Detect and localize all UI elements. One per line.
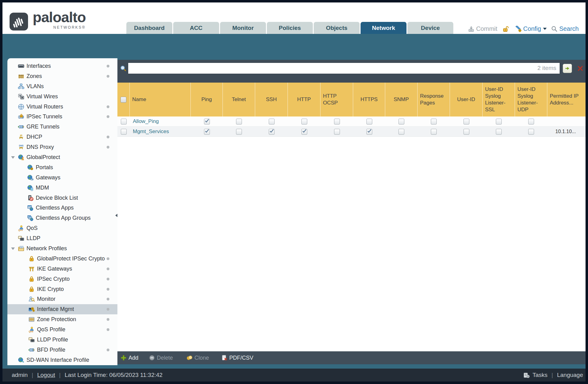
sidebar-item-gre-tunnels[interactable]: GRE Tunnels [7, 122, 117, 132]
table-header-row: NamePingTelnetSSHHTTPHTTP OCSPHTTPSSNMPR… [117, 83, 586, 116]
tasks-button[interactable]: Tasks [533, 372, 548, 378]
config-menu-button[interactable]: Config [515, 25, 547, 32]
ping-state-checkbox [204, 119, 210, 125]
column-header-ping[interactable]: Ping [191, 83, 223, 116]
delete-label: Delete [157, 355, 173, 361]
modified-indicator-dot [107, 105, 109, 108]
interfaces-icon [18, 63, 24, 69]
sidebar-item-monitor[interactable]: Monitor [7, 294, 117, 304]
brand-name: paloalto [33, 9, 86, 25]
sidebar-item-portals[interactable]: Portals [7, 162, 117, 173]
http-state-checkbox [301, 129, 307, 135]
svg-text:IP: IP [20, 134, 22, 137]
search-icon [551, 26, 558, 32]
response-pages-state-checkbox [431, 129, 437, 135]
column-header-http-ocsp[interactable]: HTTP OCSP [321, 83, 353, 116]
sidebar-item-zone-protection[interactable]: Zone Protection [7, 314, 117, 325]
profile-name-link[interactable]: Allow_Ping [133, 118, 159, 125]
sidebar-item-mdm[interactable]: MDM [7, 183, 117, 193]
sidebar-item-label: Monitor [37, 296, 55, 302]
column-header-user-id[interactable]: User-ID [450, 83, 483, 116]
column-header-telnet[interactable]: Telnet [223, 83, 255, 116]
sidebar-item-clientless-app-groups[interactable]: Clientless App Groups [7, 213, 117, 223]
commit-button[interactable]: Commit [468, 25, 497, 32]
sidebar-item-interface-mgmt[interactable]: Interface Mgmt [7, 304, 117, 314]
row-select-checkbox[interactable] [121, 119, 127, 125]
column-header-https[interactable]: HTTPS [353, 83, 385, 116]
column-header-http[interactable]: HTTP [288, 83, 321, 116]
delete-minus-icon [149, 355, 155, 361]
tab-acc[interactable]: ACC [173, 22, 219, 34]
sidebar-item-label: QoS Profile [37, 326, 65, 333]
select-all-checkbox[interactable] [120, 97, 126, 103]
sidebar-item-bfd-profile[interactable]: BFD Profile [7, 345, 117, 355]
sidebar-item-gateways[interactable]: Gateways [7, 173, 117, 183]
tree-expander-icon[interactable] [11, 247, 15, 250]
device-block-list-icon [27, 195, 34, 201]
add-button[interactable]: Add [120, 355, 138, 361]
column-header-snmp[interactable]: SNMP [385, 83, 418, 116]
sidebar-item-vlans[interactable]: VLANs [7, 81, 117, 92]
delete-button[interactable]: Delete [149, 355, 173, 361]
sidebar-item-ike-gateways[interactable]: IKE Gateways [7, 264, 117, 274]
sidebar-item-dhcp[interactable]: IPDHCP [7, 132, 117, 142]
search-button[interactable]: Search [551, 25, 579, 32]
sidebar-item-qos-profile[interactable]: QoSQoS Profile [7, 325, 117, 335]
tree-expander-icon[interactable] [11, 156, 15, 159]
sidebar-item-label: IPSec Crypto [37, 276, 70, 282]
filter-input[interactable] [128, 63, 560, 74]
column-header-ssh[interactable]: SSH [255, 83, 288, 116]
top-header: paloalto NETWORKS® DashboardACCMonitorPo… [2, 2, 586, 34]
sidebar-item-lldp[interactable]: LLDP [7, 233, 117, 243]
uid-udp-state-checkbox [528, 129, 534, 135]
sidebar-item-sd-wan-interface-profile[interactable]: SD-WAN Interface Profile [7, 355, 117, 365]
sidebar-item-clientless-apps[interactable]: Clientless Apps [7, 203, 117, 213]
sidebar-item-network-profiles[interactable]: Network Profiles [7, 243, 117, 254]
https-state-checkbox [366, 129, 372, 135]
logout-link[interactable]: Logout [37, 372, 55, 378]
config-lock-icon[interactable] [502, 26, 509, 32]
sidebar-item-virtual-routers[interactable]: Virtual Routers [7, 102, 117, 112]
table-empty-area [117, 137, 586, 351]
column-header-uid-ssl[interactable]: User-ID Syslog Listener-SSL [483, 83, 515, 116]
column-header-name[interactable]: Name [130, 83, 191, 116]
sidebar-item-globalprotect-ipsec-crypto[interactable]: GlobalProtect IPSec Crypto [7, 254, 117, 264]
sidebar-item-label: Virtual Routers [27, 104, 63, 110]
tab-monitor[interactable]: Monitor [220, 22, 266, 34]
network-sidebar-tree: InterfacesZonesVLANsVirtual WiresVirtual… [7, 58, 117, 365]
permitted-ip-value: 10.1.10... [547, 129, 576, 134]
tab-network[interactable]: Network [361, 22, 406, 34]
lldp-profile-icon [28, 337, 35, 343]
column-header-uid-udp[interactable]: User-ID Syslog Listener-UDP [515, 83, 547, 116]
sidebar-item-interfaces[interactable]: Interfaces [7, 61, 117, 71]
table-row[interactable]: Mgmt_Services10.1.10... [117, 127, 586, 137]
clear-filter-button[interactable] [576, 64, 585, 73]
sidebar-item-dns-proxy[interactable]: DNSDNS Proxy [7, 142, 117, 152]
tab-policies[interactable]: Policies [267, 22, 313, 34]
snmp-state-checkbox [398, 119, 404, 125]
row-select-checkbox[interactable] [121, 129, 127, 135]
sidebar-item-ipsec-tunnels[interactable]: IPSec Tunnels [7, 112, 117, 122]
column-header-permitted-ip[interactable]: Permitted IP Address... [547, 83, 586, 116]
column-header-response-pages[interactable]: Response Pages [418, 83, 450, 116]
profile-name-link[interactable]: Mgmt_Services [133, 129, 169, 135]
sidebar-item-ipsec-crypto[interactable]: IPSec Crypto [7, 274, 117, 284]
sidebar-item-ike-crypto[interactable]: IKE Crypto [7, 284, 117, 294]
tab-objects[interactable]: Objects [314, 22, 360, 34]
table-row[interactable]: Allow_Ping [117, 116, 586, 127]
apply-filter-button[interactable] [563, 64, 572, 73]
tab-dashboard[interactable]: Dashboard [126, 22, 172, 34]
language-button[interactable]: Language [557, 372, 583, 378]
sidebar-item-label: GRE Tunnels [27, 124, 59, 130]
sidebar-item-device-block-list[interactable]: Device Block List [7, 193, 117, 203]
logged-in-user: admin [12, 372, 28, 378]
pdf-csv-button[interactable]: PDF/CSV [221, 355, 253, 361]
sidebar-item-virtual-wires[interactable]: Virtual Wires [7, 92, 117, 102]
sidebar-item-zones[interactable]: Zones [7, 71, 117, 81]
sidebar-item-lldp-profile[interactable]: LLDP Profile [7, 335, 117, 345]
sidebar-item-globalprotect[interactable]: GlobalProtect [7, 152, 117, 162]
sidebar-item-qos[interactable]: QoSQoS [7, 223, 117, 233]
clone-button[interactable]: Clone [186, 355, 209, 361]
ike-gateways-icon [28, 266, 35, 272]
tab-device[interactable]: Device [407, 22, 453, 34]
